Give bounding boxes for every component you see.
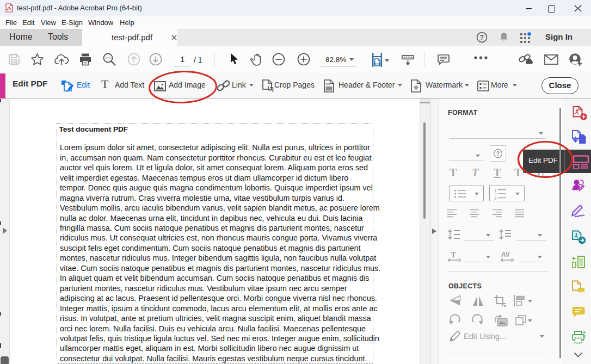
svg-text:?: ? — [480, 34, 484, 41]
svg-text:T: T — [451, 250, 456, 259]
svg-text:3: 3 — [494, 196, 497, 200]
svg-text:AV: AV — [501, 251, 510, 258]
svg-text:?: ? — [496, 150, 500, 157]
